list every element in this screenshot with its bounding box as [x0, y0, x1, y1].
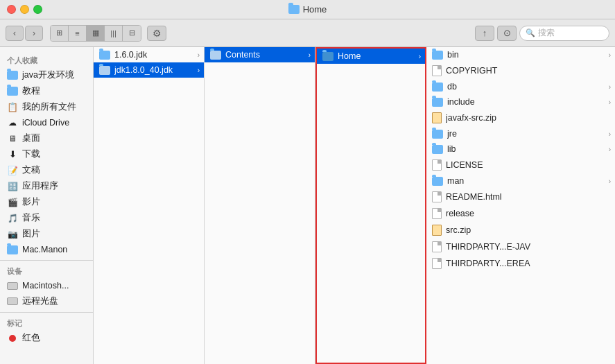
column-item-include[interactable]: include › [426, 94, 615, 110]
sidebar-item-macintosh[interactable]: Macintosh... [0, 278, 93, 293]
folder-icon [7, 86, 18, 97]
chevron-right-icon: › [198, 67, 200, 74]
column-item-bin[interactable]: bin › [426, 47, 615, 62]
column-item-thirdparty2[interactable]: THIRDPARTY...EREA [426, 255, 615, 272]
file-icon [432, 159, 442, 171]
column-item-thirdparty1[interactable]: THIRDPARTY...E-JAV [426, 239, 615, 255]
docs-icon: 📝 [7, 165, 18, 176]
item-label-readme: README.html [446, 192, 609, 202]
folder-icon [99, 51, 110, 60]
column-item-readme[interactable]: README.html [426, 189, 615, 205]
column-item-release[interactable]: release [426, 205, 615, 222]
action-button[interactable]: ⚙ [147, 26, 166, 41]
column-item-jdk18[interactable]: jdk1.8.0_40.jdk › [94, 62, 204, 78]
column-item-license[interactable]: LICENSE [426, 157, 615, 173]
sidebar-label-macintosh: Macintosh... [22, 281, 69, 291]
column-item-home[interactable]: Home › [317, 49, 425, 64]
zip-icon [432, 112, 442, 123]
column-view-icon: ▦ [92, 28, 99, 37]
sidebar-label-macmanon: Mac.Manon [22, 245, 67, 254]
sidebar-item-tag-red[interactable]: 红色 [0, 330, 93, 346]
view-cover-btn[interactable]: ||| [105, 26, 123, 41]
view-column-btn[interactable]: ▦ [87, 26, 105, 41]
share-button[interactable]: ↑ [475, 26, 494, 41]
sidebar-item-macmanon[interactable]: Mac.Manon [0, 242, 93, 257]
tag-red-icon [7, 333, 18, 344]
tag-button[interactable]: ⊙ [497, 26, 517, 41]
search-icon: 🔍 [526, 28, 535, 37]
file-icon [432, 191, 442, 202]
sidebar-label-docs: 文稿 [22, 164, 40, 176]
item-label-lib: lib [447, 144, 609, 154]
sidebar-item-icloud[interactable]: ☁ iCloud Drive [0, 115, 93, 130]
view-group-btn[interactable]: ⊟ [123, 26, 141, 41]
desktop-icon: 🖥 [7, 133, 18, 144]
chevron-right-icon: › [198, 51, 200, 59]
item-label-jdk18: jdk1.8.0_40.jdk [114, 65, 198, 75]
sidebar-section-tags: 标记 [0, 315, 93, 330]
column-item-jdk16[interactable]: 1.6.0.jdk › [94, 47, 204, 62]
column-1: 1.6.0.jdk › jdk1.8.0_40.jdk › [94, 47, 205, 364]
cover-view-icon: ||| [110, 29, 116, 37]
chevron-right-icon: › [609, 146, 611, 153]
sidebar-section-devices: 设备 [0, 263, 93, 278]
search-box[interactable]: 🔍 搜索 [519, 26, 609, 41]
column-item-db[interactable]: db › [426, 79, 615, 94]
icon-view-icon: ⊞ [56, 28, 62, 37]
view-list-btn[interactable]: ≡ [69, 26, 87, 41]
sidebar-item-movies[interactable]: 🎬 影片 [0, 194, 93, 210]
column-item-jre[interactable]: jre › [426, 126, 615, 141]
sidebar-divider-1 [0, 260, 93, 261]
maximize-button[interactable] [33, 5, 42, 14]
title-folder-icon [288, 5, 300, 14]
sidebar-item-tutorial[interactable]: 教程 [0, 83, 93, 99]
folder-icon [432, 83, 443, 92]
column-item-copyright[interactable]: COPYRIGHT [426, 62, 615, 79]
remote-disk-icon [7, 296, 18, 307]
toolbar-right: ↑ ⊙ 🔍 搜索 [475, 26, 609, 41]
column-item-javafx[interactable]: javafx-src.zip [426, 110, 615, 126]
minimize-button[interactable] [20, 5, 29, 14]
folder-icon [322, 52, 334, 61]
item-label-bin: bin [447, 50, 609, 60]
view-icon-btn[interactable]: ⊞ [51, 26, 69, 41]
column-browser: 1.6.0.jdk › jdk1.8.0_40.jdk › Contents ›… [94, 47, 615, 364]
sidebar-label-downloads: 下载 [22, 148, 40, 160]
column-item-contents[interactable]: Contents › [205, 47, 315, 62]
file-icon [432, 258, 442, 269]
column-3: Home › [315, 47, 426, 364]
column-2: Contents › [205, 47, 315, 364]
sidebar-item-downloads[interactable]: ⬇ 下载 [0, 146, 93, 162]
sidebar-item-remote[interactable]: 远程光盘 [0, 293, 93, 309]
title-bar: Home [0, 0, 615, 19]
sidebar-label-music: 音乐 [22, 212, 40, 224]
column-item-srczip[interactable]: src.zip [426, 222, 615, 239]
sidebar-item-photos[interactable]: 📷 图片 [0, 226, 93, 242]
sidebar-item-desktop[interactable]: 🖥 桌面 [0, 130, 93, 146]
sidebar-item-allfiles[interactable]: 📋 我的所有文件 [0, 99, 93, 115]
folder-icon [7, 70, 18, 81]
close-button[interactable] [7, 5, 16, 14]
chevron-right-icon: › [609, 83, 611, 91]
group-view-icon: ⊟ [129, 28, 135, 37]
item-label-release: release [446, 209, 609, 218]
view-buttons: ⊞ ≡ ▦ ||| ⊟ [50, 25, 141, 42]
forward-button[interactable]: › [25, 26, 43, 41]
column-item-man[interactable]: man › [426, 173, 615, 189]
sidebar-item-apps[interactable]: 🔠 应用程序 [0, 178, 93, 194]
back-button[interactable]: ‹ [6, 26, 24, 41]
sidebar-item-music[interactable]: 🎵 音乐 [0, 210, 93, 226]
sidebar-label-tutorial: 教程 [22, 85, 40, 97]
folder-icon [432, 98, 443, 107]
column-item-lib[interactable]: lib › [426, 141, 615, 157]
sidebar-item-java[interactable]: java开发环境 [0, 67, 93, 83]
item-label-javafx: javafx-src.zip [446, 113, 609, 123]
sidebar-label-desktop: 桌面 [22, 132, 40, 144]
sidebar-label-movies: 影片 [22, 196, 40, 208]
folder-icon [432, 130, 443, 139]
chevron-right-icon: › [609, 51, 611, 59]
sidebar-item-docs[interactable]: 📝 文稿 [0, 162, 93, 178]
item-label-contents: Contents [225, 50, 309, 60]
download-icon: ⬇ [7, 149, 18, 160]
sidebar-label-remote: 远程光盘 [22, 295, 58, 307]
